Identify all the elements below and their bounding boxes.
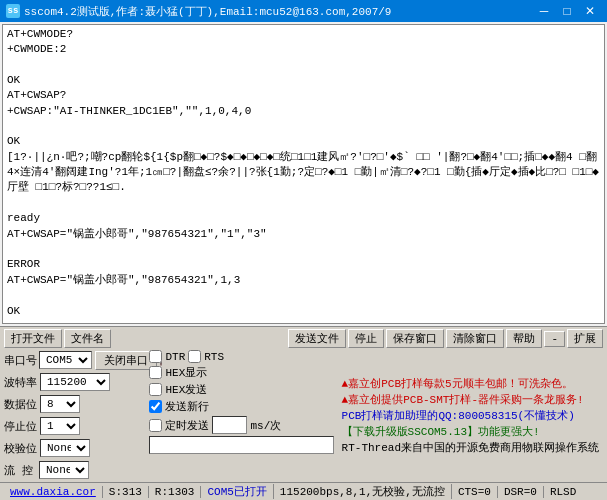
check-row: 校验位 None — [4, 438, 145, 458]
help-button[interactable]: 帮助 — [506, 329, 542, 348]
dsr-status: DSR=0 — [498, 486, 544, 498]
rlsd-status: RLSD — [544, 486, 582, 498]
rts-label: RTS — [204, 351, 224, 363]
website-link[interactable]: www.daxia.cor — [4, 486, 103, 498]
hex-display-row: HEX显示 — [149, 365, 333, 380]
stop-label: 停止位 — [4, 419, 37, 434]
baud-select[interactable]: 115200 — [40, 373, 110, 391]
expand-button[interactable]: 扩展 — [567, 329, 603, 348]
flow-label: 流 控 — [4, 463, 36, 478]
input-row: AT+CWSAP="锅盖小郎哥","987654321",1,3 — [149, 436, 333, 454]
dtr-label: DTR — [165, 351, 185, 363]
data-row: 数据位 8 — [4, 394, 145, 414]
advert-panel: ▲嘉立创PCB打样每款5元顺丰包邮！可洗杂色。▲嘉立创提供PCB-SMT打样-器… — [338, 350, 603, 480]
timer-input[interactable]: 100 — [212, 416, 247, 434]
options-section: DTR RTS HEX显示 HEX发送 发送新行 — [149, 350, 333, 480]
minimize-button[interactable]: ─ — [533, 2, 555, 20]
config-section: 串口号 COM5 关闭串口 波特率 115200 数据位 8 — [4, 350, 603, 480]
newline-row: 发送新行 — [149, 399, 333, 414]
flow-row: 流 控 None — [4, 460, 145, 480]
data-label: 数据位 — [4, 397, 37, 412]
toolbar-row1: 打开文件 文件名 发送文件 停止 保存窗口 清除窗口 帮助 - 扩展 — [4, 329, 603, 348]
status-bar: www.daxia.cor S:313 R:1303 COM5已打开 11520… — [0, 482, 607, 500]
advert-line: RT-Thread来自中国的开源免费商用物联网操作系统 — [342, 440, 599, 455]
check-label: 校验位 — [4, 441, 37, 456]
open-file-button[interactable]: 打开文件 — [4, 329, 62, 348]
filename-button[interactable]: 文件名 — [64, 329, 111, 348]
timer-checkbox[interactable] — [149, 419, 162, 432]
command-input[interactable]: AT+CWSAP="锅盖小郎哥","987654321",1,3 — [149, 436, 333, 454]
hex-send-row: HEX发送 — [149, 382, 333, 397]
check-select[interactable]: None — [40, 439, 90, 457]
toolbar-area: 打开文件 文件名 发送文件 停止 保存窗口 清除窗口 帮助 - 扩展 串口号 C… — [0, 326, 607, 482]
close-button[interactable]: ✕ — [579, 2, 601, 20]
timer-unit: ms/次 — [250, 418, 281, 433]
stop-button[interactable]: 停止 — [348, 329, 384, 348]
app-icon: ss — [6, 4, 20, 18]
data-select[interactable]: 8 — [40, 395, 80, 413]
newline-label: 发送新行 — [165, 399, 209, 414]
baud-row: 波特率 115200 — [4, 372, 145, 392]
title-text: sscom4.2测试版,作者:聂小猛(丁丁),Email:mcu52@163.c… — [24, 4, 391, 19]
stop-row: 停止位 1 — [4, 416, 145, 436]
minimize-panel-button[interactable]: - — [544, 331, 565, 347]
port-label: 串口号 — [4, 353, 36, 368]
dtr-row: DTR RTS — [149, 350, 333, 363]
advert-line: 【下载升级版SSCOM5.13】功能更强大! — [342, 424, 599, 439]
window-controls: ─ □ ✕ — [533, 2, 601, 20]
stop-select[interactable]: 1 — [40, 417, 80, 435]
timer-row: 定时发送 100 ms/次 — [149, 416, 333, 434]
hex-display-checkbox[interactable] — [149, 366, 162, 379]
hex-display-label: HEX显示 — [165, 365, 207, 380]
baud-info: 115200bps,8,1,无校验,无流控 — [274, 484, 452, 499]
s-count: S:313 — [103, 486, 149, 498]
port-row: 串口号 COM5 关闭串口 — [4, 350, 145, 370]
port-select[interactable]: COM5 — [39, 351, 92, 369]
timer-label: 定时发送 — [165, 418, 209, 433]
title-bar-left: ss sscom4.2测试版,作者:聂小猛(丁丁),Email:mcu52@16… — [6, 4, 391, 19]
terminal-output[interactable]: SDK version:1.5.4.1(39cb9a32) Ai-Thinker… — [2, 24, 605, 324]
main-window: SDK version:1.5.4.1(39cb9a32) Ai-Thinker… — [0, 22, 607, 500]
r-count: R:1303 — [149, 486, 202, 498]
advert-line: ▲嘉立创PCB打样每款5元顺丰包邮！可洗杂色。 — [342, 376, 599, 391]
open-serial-button[interactable]: 关闭串口 — [95, 351, 157, 370]
serial-config: 串口号 COM5 关闭串口 波特率 115200 数据位 8 — [4, 350, 145, 480]
com-status: COM5已打开 — [201, 484, 273, 499]
advert-line: PCB打样请加助理的QQ:800058315(不懂技术) — [342, 408, 599, 423]
rts-checkbox[interactable] — [188, 350, 201, 363]
save-window-button[interactable]: 保存窗口 — [386, 329, 444, 348]
cts-status: CTS=0 — [452, 486, 498, 498]
hex-send-label: HEX发送 — [165, 382, 207, 397]
hex-send-checkbox[interactable] — [149, 383, 162, 396]
dtr-checkbox[interactable] — [149, 350, 162, 363]
clear-window-button[interactable]: 清除窗口 — [446, 329, 504, 348]
send-file-button[interactable]: 发送文件 — [288, 329, 346, 348]
baud-label: 波特率 — [4, 375, 37, 390]
title-bar: ss sscom4.2测试版,作者:聂小猛(丁丁),Email:mcu52@16… — [0, 0, 607, 22]
maximize-button[interactable]: □ — [556, 2, 578, 20]
advert-line: ▲嘉立创提供PCB-SMT打样-器件采购一条龙服务! — [342, 392, 599, 407]
flow-select[interactable]: None — [39, 461, 89, 479]
newline-checkbox[interactable] — [149, 400, 162, 413]
